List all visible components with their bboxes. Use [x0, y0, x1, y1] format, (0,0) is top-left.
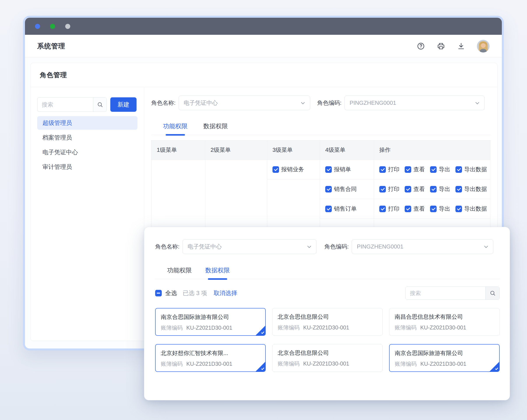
- select-all-label[interactable]: 全选: [165, 289, 177, 297]
- checkbox-checked-icon: [379, 166, 386, 173]
- operation-label: 打印: [388, 166, 399, 173]
- company-grid: 南京合思国际旅游有限公司 账簿编码 KU-Z2021D30-001 北京合思信息…: [155, 308, 500, 372]
- selected-corner-badge: [489, 362, 499, 372]
- operation-checkbox-export-data[interactable]: 导出数据: [455, 166, 487, 173]
- operations-cell: 打印 查看 导出: [374, 160, 490, 179]
- data-permission-modal: 角色名称: 电子凭证中心 角色编码: PINGZHENG0001 功能权限 数据…: [144, 227, 510, 400]
- code-label: 账簿编码: [395, 361, 417, 367]
- role-item-archive-admin[interactable]: 档案管理员: [37, 131, 137, 144]
- company-search-box: [405, 287, 500, 300]
- company-card[interactable]: 南京合思国际旅游有限公司 账簿编码 KU-Z2021D30-001: [389, 344, 500, 372]
- operation-checkbox-export-data[interactable]: 导出数据: [455, 205, 487, 213]
- role-search-button[interactable]: [93, 97, 107, 112]
- operation-checkbox-print[interactable]: 打印: [379, 205, 399, 213]
- level1-menu-cell: [152, 160, 205, 231]
- operation-checkbox-print[interactable]: 打印: [379, 185, 399, 193]
- operation-checkbox-export[interactable]: 导出: [430, 166, 450, 173]
- role-search-input[interactable]: [37, 97, 93, 112]
- column-header: 4级菜单: [320, 140, 374, 160]
- role-name-value: 电子凭证中心: [187, 243, 222, 250]
- menu-label: 销售订单: [334, 205, 357, 213]
- operation-checkbox-export-data[interactable]: 导出数据: [455, 185, 487, 193]
- role-name-value: 电子凭证中心: [184, 99, 218, 107]
- operation-checkbox-view[interactable]: 查看: [405, 205, 425, 213]
- selection-bar: 全选 已选 3 项 取消选择: [155, 287, 500, 300]
- checkbox-checked-icon: [405, 166, 411, 173]
- help-button[interactable]: [417, 42, 425, 51]
- level4-menu-cell: 销售订单: [320, 199, 374, 219]
- operation-label: 导出数据: [464, 205, 487, 213]
- operation-checkbox-export[interactable]: 导出: [430, 185, 450, 193]
- checkbox-checked-icon: [455, 206, 462, 212]
- role-item-audit-admin[interactable]: 审计管理员: [37, 160, 137, 174]
- checkbox-checked-icon: [325, 166, 332, 173]
- menu-checkbox-xiaoshou-dingdan[interactable]: 销售订单: [325, 205, 357, 213]
- tab-function-permission[interactable]: 功能权限: [163, 118, 187, 135]
- page-title: 角色管理: [40, 71, 67, 80]
- checkbox-checked-icon: [455, 166, 462, 173]
- tab-function-permission[interactable]: 功能权限: [167, 262, 192, 279]
- modal-role-code-select[interactable]: PINGZHENG0001: [352, 239, 493, 254]
- checkbox-checked-icon: [379, 206, 386, 212]
- company-card[interactable]: 南京合思国际旅游有限公司 账簿编码 KU-Z2021D30-001: [155, 308, 266, 336]
- company-search-input[interactable]: [406, 287, 485, 300]
- clear-selection-link[interactable]: 取消选择: [214, 289, 237, 297]
- role-search-box: [37, 97, 107, 112]
- user-avatar[interactable]: [477, 40, 490, 53]
- tab-data-permission[interactable]: 数据权限: [205, 262, 230, 279]
- operation-checkbox-view[interactable]: 查看: [405, 166, 425, 173]
- column-header: 操作: [374, 140, 490, 160]
- operation-label: 查看: [413, 205, 425, 213]
- download-icon: [457, 42, 465, 50]
- download-button[interactable]: [457, 42, 465, 51]
- menu-label: 报销业务: [281, 166, 304, 173]
- role-item-super-admin[interactable]: 超级管理员: [37, 116, 137, 130]
- company-card[interactable]: 北京合思信息限公司 账簿编码 KU-Z2021D30-001: [272, 308, 383, 336]
- company-search-button[interactable]: [485, 287, 499, 300]
- role-name-label: 角色名称:: [151, 99, 176, 107]
- level4-menu-cell: 报销单: [320, 160, 374, 179]
- code-value: KU-Z2021D30-001: [186, 325, 232, 331]
- code-value: KU-Z2021D30-001: [420, 361, 466, 367]
- code-label: 账簿编码: [395, 324, 417, 331]
- company-card[interactable]: 北京合思信息限公司 账簿编码 KU-Z2021D30-001: [272, 344, 383, 372]
- window-control-gray-dot[interactable]: [65, 24, 70, 29]
- modal-role-name-select[interactable]: 电子凭证中心: [183, 239, 317, 254]
- column-header: 2级菜单: [205, 140, 267, 160]
- menu-label: 销售合同: [334, 185, 357, 193]
- menu-checkbox-xiaoshou-hetong[interactable]: 销售合同: [325, 185, 357, 193]
- checkbox-checked-icon: [430, 206, 437, 212]
- permission-table: 1级菜单 2级菜单 3级菜单 4级菜单 操作 报销业务: [151, 140, 490, 231]
- operation-label: 导出数据: [464, 166, 487, 173]
- role-name-select[interactable]: 电子凭证中心: [179, 96, 310, 110]
- printer-icon: [437, 42, 445, 50]
- select-all-checkbox-indeterminate[interactable]: [155, 290, 162, 296]
- page-background: 系统管理: [0, 0, 527, 420]
- operation-checkbox-print[interactable]: 打印: [379, 166, 399, 173]
- chevron-down-icon: [483, 244, 489, 250]
- window-control-green-dot[interactable]: [50, 24, 55, 29]
- checkbox-checked-icon: [455, 186, 462, 193]
- role-item-evoucher-center[interactable]: 电子凭证中心: [37, 145, 137, 159]
- role-code-select[interactable]: PINGZHENG0001: [344, 96, 484, 110]
- selected-count: 已选 3 项: [183, 289, 207, 297]
- window-control-blue-dot[interactable]: [35, 24, 40, 29]
- chevron-down-icon: [300, 100, 306, 106]
- operation-label: 打印: [388, 185, 399, 193]
- print-button[interactable]: [437, 42, 445, 51]
- operation-checkbox-export[interactable]: 导出: [430, 205, 450, 213]
- role-name-label: 角色名称:: [155, 243, 179, 250]
- chevron-down-icon: [474, 100, 480, 106]
- company-card[interactable]: 北京好想你汇智技术有限... 账簿编码 KU-Z2021D30-001: [155, 344, 266, 372]
- menu-label: 报销单: [334, 166, 351, 173]
- operation-label: 导出: [439, 185, 450, 193]
- company-card[interactable]: 南昌合思信息技术有限公司 账簿编码 KU-Z2021D30-001: [389, 308, 500, 336]
- company-name: 南京合思国际旅游有限公司: [395, 349, 494, 357]
- menu-checkbox-baoxiao-yewu[interactable]: 报销业务: [273, 166, 304, 173]
- new-role-button[interactable]: 新建: [110, 97, 137, 112]
- tab-data-permission[interactable]: 数据权限: [203, 118, 228, 135]
- menu-checkbox-baoxiaodan[interactable]: 报销单: [325, 166, 351, 173]
- help-icon: [417, 42, 425, 50]
- role-code-value: PINGZHENG0001: [350, 99, 396, 106]
- operation-checkbox-view[interactable]: 查看: [405, 185, 425, 193]
